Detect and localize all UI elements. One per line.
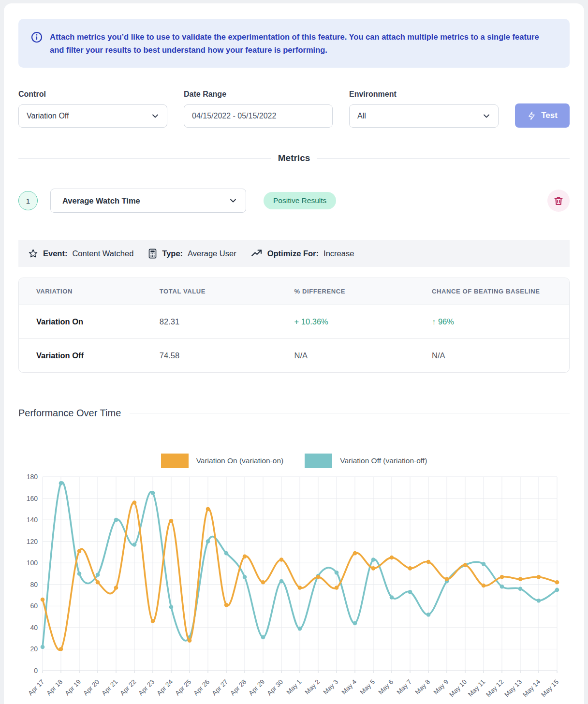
table-row-variation-off: Variation Off 74.58 N/A N/A [19,338,569,372]
control-field: Control Variation Off [18,90,167,128]
legend-item-variation-off[interactable]: Variation Off (variation-off) [305,454,427,468]
svg-text:May 11: May 11 [467,678,486,698]
svg-text:May 8: May 8 [414,678,432,696]
legend-label: Variation Off (variation-off) [340,456,427,465]
date-range-label: Date Range [184,90,333,99]
svg-text:Apr 22: Apr 22 [118,678,137,697]
svg-text:Apr 19: Apr 19 [63,678,82,697]
svg-text:May 1: May 1 [285,678,303,696]
environment-field: Environment All [349,90,499,128]
col-total-value: Total Value [154,278,289,305]
difference-value: N/A [289,338,426,372]
metrics-heading: Metrics [278,153,310,163]
chevron-down-icon [151,112,159,120]
legend-swatch-orange [161,454,189,468]
svg-text:0: 0 [34,667,38,675]
svg-text:May 4: May 4 [340,678,358,696]
table-header-row: Variation Total Value % Difference Chanc… [19,278,569,305]
performance-heading: Performance Over Time [18,408,121,419]
lightning-icon [527,111,536,120]
type-item: Type: Average User [148,249,236,259]
experiment-results-card: Attach metrics you’d like to use to vali… [4,3,584,704]
event-value: Content Watched [72,249,133,258]
metric-row: 1 Average Watch Time Positive Results [18,189,570,213]
chevron-down-icon [229,197,237,205]
svg-text:Apr 26: Apr 26 [192,678,211,697]
svg-text:May 12: May 12 [485,678,505,699]
svg-text:120: 120 [27,538,38,545]
variation-name: Variation On [19,305,154,338]
svg-text:100: 100 [27,559,38,567]
col-difference: % Difference [289,278,426,305]
svg-text:May 9: May 9 [432,678,450,696]
svg-text:Apr 24: Apr 24 [155,678,174,697]
metric-index-badge: 1 [18,191,38,210]
svg-text:20: 20 [30,645,38,653]
svg-text:Apr 30: Apr 30 [265,678,284,697]
banner-text: Attach metrics you’d like to use to vali… [50,30,553,56]
svg-text:Apr 27: Apr 27 [210,678,229,697]
info-banner: Attach metrics you’d like to use to vali… [18,19,570,68]
svg-text:Apr 23: Apr 23 [137,678,156,697]
svg-text:60: 60 [30,602,38,610]
svg-text:160: 160 [27,495,38,502]
svg-text:May 10: May 10 [448,678,468,699]
svg-text:Apr 18: Apr 18 [45,678,64,697]
difference-value: + 10.36% [289,305,426,338]
trash-icon [553,195,564,206]
chevron-down-icon [483,112,490,120]
control-value: Variation Off [27,112,69,120]
svg-text:May 15: May 15 [540,678,560,699]
svg-text:Apr 17: Apr 17 [27,678,45,697]
event-label: Event: [43,249,67,258]
environment-label: Environment [349,90,499,99]
table-row-variation-on: Variation On 82.31 + 10.36% ↑ 96% [19,305,569,338]
variation-name: Variation Off [19,338,154,372]
optimize-value: Increase [323,249,354,258]
type-value: Average User [188,249,236,258]
calculator-icon [148,249,157,259]
total-value: 74.58 [154,338,289,372]
svg-text:May 13: May 13 [503,678,523,699]
chance-value: ↑ 96% [426,305,569,338]
trend-up-icon [251,249,263,258]
svg-text:Apr 20: Apr 20 [82,678,101,697]
metric-select[interactable]: Average Watch Time [50,189,246,213]
svg-text:May 5: May 5 [359,678,377,696]
metric-event-bar: Event: Content Watched Type: Average Use… [18,240,570,267]
optimize-item: Optimize For: Increase [251,249,354,258]
positive-results-badge: Positive Results [264,192,336,209]
date-range-field: Date Range 04/15/2022 - 05/15/2022 [184,90,333,128]
environment-value: All [357,112,366,120]
svg-text:40: 40 [30,624,38,631]
svg-text:140: 140 [27,516,38,524]
control-select[interactable]: Variation Off [18,104,167,128]
metric-name: Average Watch Time [62,196,140,205]
date-range-input[interactable]: 04/15/2022 - 05/15/2022 [184,104,333,128]
results-table: Variation Total Value % Difference Chanc… [18,278,570,373]
performance-chart[interactable]: 020406080100120140160180Apr 17Apr 18Apr … [18,471,570,704]
svg-text:May 14: May 14 [521,678,542,699]
optimize-label: Optimize For: [267,249,319,258]
filters-row: Control Variation Off Date Range 04/15/2… [18,90,570,128]
svg-text:May 7: May 7 [396,678,413,696]
test-button[interactable]: Test [515,103,570,128]
performance-section-header: Performance Over Time [18,408,570,419]
metrics-divider: Metrics [18,153,570,163]
svg-text:Apr 29: Apr 29 [247,678,266,697]
delete-metric-button[interactable] [547,190,570,212]
svg-text:May 2: May 2 [304,678,322,696]
svg-text:May 6: May 6 [377,678,395,696]
legend-swatch-teal [305,454,332,468]
environment-select[interactable]: All [349,104,499,128]
legend-label: Variation On (variation-on) [196,456,284,465]
legend-item-variation-on[interactable]: Variation On (variation-on) [161,454,284,468]
svg-text:Apr 25: Apr 25 [174,678,192,697]
info-icon [31,31,43,43]
svg-text:80: 80 [30,581,38,588]
svg-text:May 3: May 3 [322,678,340,696]
col-variation: Variation [19,278,154,305]
star-icon [28,249,38,259]
date-range-value: 04/15/2022 - 05/15/2022 [192,112,276,120]
test-button-label: Test [541,111,558,120]
